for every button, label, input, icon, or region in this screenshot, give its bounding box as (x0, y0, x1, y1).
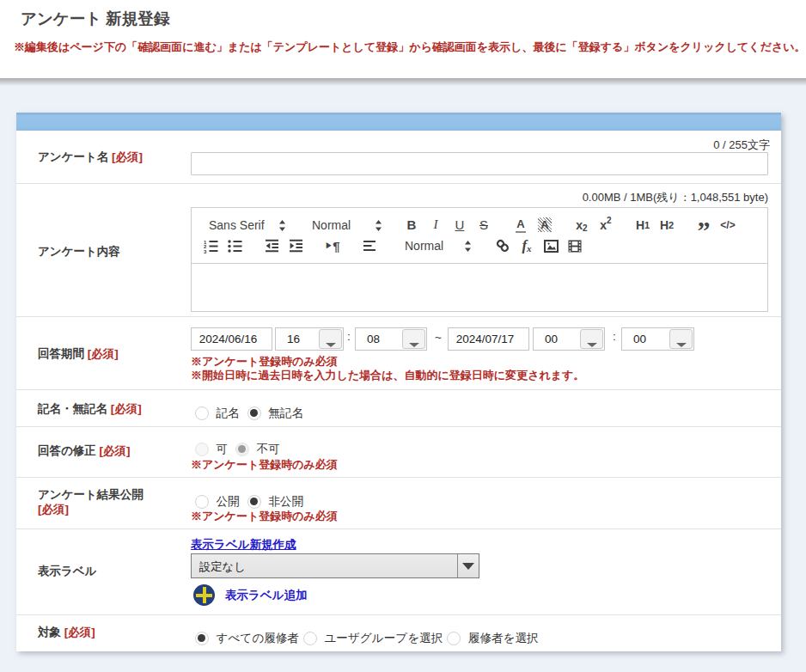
svg-text:3: 3 (204, 248, 207, 254)
